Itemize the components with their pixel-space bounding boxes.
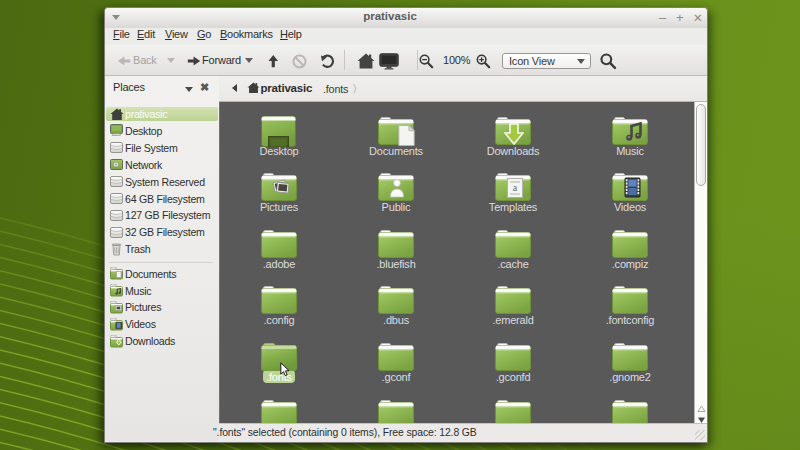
svg-text:a: a [513,182,518,193]
